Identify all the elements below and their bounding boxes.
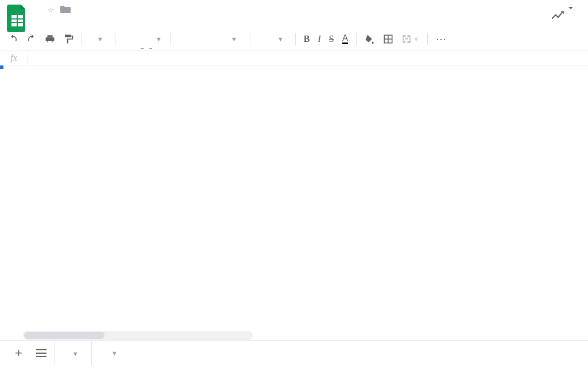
menu-addons[interactable] <box>115 19 124 21</box>
chevron-down-icon: ▼ <box>97 36 103 42</box>
chevron-down-icon: ▼ <box>231 36 237 42</box>
spreadsheet-grid[interactable] <box>0 65 588 340</box>
menu-tools[interactable] <box>103 19 113 21</box>
font-size-select[interactable]: ▼ <box>258 36 287 42</box>
selection-handle[interactable] <box>0 65 3 69</box>
text-color-button[interactable]: A <box>342 33 349 44</box>
menu-view[interactable] <box>57 19 67 21</box>
menu-insert[interactable] <box>69 19 78 21</box>
add-sheet-button[interactable]: + <box>9 341 28 365</box>
strikethrough-button[interactable]: S <box>329 34 334 44</box>
horizontal-scrollbar[interactable] <box>23 331 253 340</box>
all-sheets-button[interactable] <box>30 341 52 365</box>
doc-title[interactable] <box>33 10 40 13</box>
zoom-select[interactable]: ▼ <box>90 36 107 42</box>
sheet-tab[interactable]: ▼ <box>94 341 130 365</box>
merge-cells-button[interactable]: ▼ <box>401 34 419 44</box>
fx-label: fx <box>0 53 28 63</box>
paint-format-icon[interactable] <box>63 34 74 44</box>
undo-icon[interactable] <box>8 34 18 44</box>
sheet-tab-active[interactable]: ▼ <box>55 341 92 365</box>
menu-format[interactable] <box>80 19 90 21</box>
sheet-tab-bar: + ▼ ▼ <box>0 340 588 365</box>
menu-file[interactable] <box>34 19 44 21</box>
chevron-down-icon: ▼ <box>413 36 419 42</box>
formula-bar-input[interactable] <box>28 51 588 65</box>
number-format-button[interactable]: ▼ <box>156 36 162 42</box>
chevron-down-icon: ▼ <box>277 36 284 42</box>
chevron-down-icon: ▼ <box>156 36 162 42</box>
star-icon[interactable]: ☆ <box>47 6 54 14</box>
menu-help[interactable] <box>126 19 136 21</box>
redo-icon[interactable] <box>26 34 37 44</box>
toolbar: ▼ ← → ▼ ▼ ▼ B I S A ▼ ⋯ <box>0 28 588 51</box>
sheets-logo[interactable] <box>7 5 28 28</box>
menu-data[interactable] <box>92 19 101 21</box>
italic-button[interactable]: I <box>318 34 320 44</box>
explore-icon[interactable] <box>550 8 565 25</box>
print-icon[interactable] <box>45 34 55 44</box>
fill-color-button[interactable] <box>365 34 375 44</box>
menubar <box>33 16 550 25</box>
chevron-down-icon[interactable]: ▼ <box>72 350 79 357</box>
borders-button[interactable] <box>383 34 393 44</box>
folder-icon[interactable] <box>60 5 71 16</box>
menu-edit[interactable] <box>46 19 55 21</box>
scrollbar-thumb[interactable] <box>24 332 105 339</box>
more-toolbar-button[interactable]: ⋯ <box>436 33 447 45</box>
chevron-down-icon[interactable]: ▼ <box>111 350 118 357</box>
bold-button[interactable]: B <box>304 34 310 44</box>
font-select[interactable]: ▼ <box>179 36 242 42</box>
